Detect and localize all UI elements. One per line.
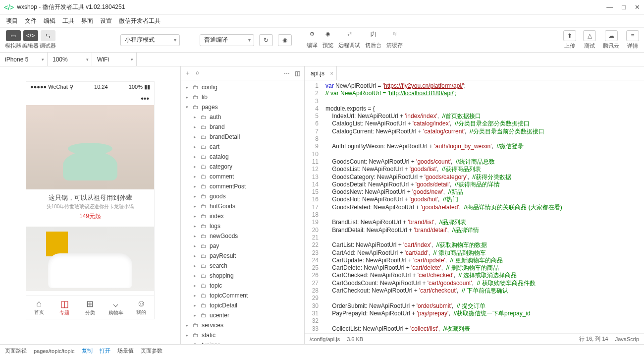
banner-image-2[interactable] [26, 227, 154, 291]
search-icon[interactable]: ⌕ [196, 69, 199, 77]
tree-node[interactable]: ▸🗀services [181, 320, 304, 330]
tree-node[interactable]: ▸🗀static [181, 330, 304, 340]
close-icon[interactable]: ✕ [635, 3, 640, 11]
detail-button[interactable]: ≡详情 [626, 30, 639, 50]
phone-frame: ●●●●● WeChat ⚲ 10:24 100% ▮▮ ••• 这只锅，可以从… [26, 81, 155, 319]
tree-node[interactable]: ▸🗀config [181, 82, 304, 92]
tree-node[interactable]: ▸🗀comment [181, 172, 304, 181]
device-select[interactable]: iPhone 5 [0, 53, 48, 66]
tree-node[interactable]: ▸🗀auth [181, 112, 304, 122]
tree-node[interactable]: ▸🗀commentPost [181, 181, 304, 191]
compile-action[interactable]: ⚙编译 [307, 31, 318, 49]
banner-price: 149元起 [29, 212, 151, 221]
open-link[interactable]: 打开 [100, 347, 110, 355]
test-button[interactable]: △测试 [583, 30, 596, 50]
menu-item[interactable]: 设置 [100, 17, 112, 25]
app-logo-icon: </> [4, 3, 14, 11]
tree-node[interactable]: ▸🗀topicComment [181, 291, 304, 300]
param-label: 页面参数 [141, 347, 162, 355]
tree-node[interactable]: ▸🗀topicDetail [181, 300, 304, 310]
tree-node[interactable]: ▸🗀ucenter [181, 310, 304, 320]
tree-node[interactable]: ▸🗀typings [181, 340, 304, 344]
menu-item[interactable]: 文件 [25, 17, 37, 25]
line-gutter: 1234567891011121314151617181920212223242… [305, 80, 322, 333]
cursor-pos: 行 16, 列 14 [579, 335, 608, 343]
more-icon[interactable]: ⋯ [284, 70, 290, 77]
tree-node[interactable]: ▸🗀search [181, 261, 304, 271]
toolbar: ▭模拟器 </>编辑器 ⇆调试器 小程序模式 普通编译 ↻ ◉ ⚙编译 ◉预览 … [0, 28, 644, 53]
tree-node[interactable]: ▸🗀payResult [181, 251, 304, 261]
simulator-pane: ●●●●● WeChat ⚲ 10:24 100% ▮▮ ••• 这只锅，可以从… [0, 66, 181, 344]
tree-node[interactable]: ▸🗀cart [181, 142, 304, 152]
tree-node[interactable]: ▸🗀catalog [181, 152, 304, 162]
menu-item[interactable]: 微信开发者工具 [119, 17, 161, 25]
eye-icon[interactable]: ◉ [278, 34, 292, 46]
tabbar-item[interactable]: ⊞分类 [77, 296, 103, 319]
code-editor: api.js× 12345678910111213141516171819202… [305, 66, 644, 344]
phone-time: 10:24 [94, 84, 108, 90]
copy-link[interactable]: 复制 [82, 347, 93, 355]
subbar: iPhone 5 100% WiFi [0, 53, 644, 66]
file-path: /config/api.js [310, 336, 340, 342]
simulator-button[interactable]: ▭模拟器 [5, 30, 21, 50]
phone-tabbar: ⌂首页◫专题⊞分类⌵购物车☺我的 [26, 295, 154, 319]
tree-node[interactable]: ▸🗀topic [181, 281, 304, 291]
mode-select[interactable]: 小程序模式 [120, 34, 180, 46]
menu-item[interactable]: 编辑 [44, 17, 55, 25]
tabbar-item[interactable]: ◫专题 [52, 296, 78, 319]
tree-node[interactable]: ▸🗀brand [181, 122, 304, 132]
tree-node[interactable]: ▸🗀pay [181, 241, 304, 251]
tabbar-item[interactable]: ⌵购物车 [103, 296, 129, 319]
debugger-button[interactable]: ⇆调试器 [40, 30, 56, 50]
tree-node[interactable]: ▸🗀newGoods [181, 231, 304, 241]
menu-item[interactable]: 界面 [81, 17, 93, 25]
split-icon[interactable]: ◫ [295, 70, 300, 77]
tree-node[interactable]: ▸🗀logs [181, 221, 304, 231]
statusbar: 页面路径 pages/topic/topic 复制 打开 场景值 页面参数 [0, 344, 644, 357]
file-size: 3.6 KB [347, 336, 363, 342]
path-label: 页面路径 [5, 347, 27, 355]
tree-node[interactable]: ▸🗀hotGoods [181, 201, 304, 211]
bg-action[interactable]: |⤴|切后台 [365, 31, 381, 49]
clear-action[interactable]: ≋清缓存 [386, 31, 403, 49]
titlebar: </> wxshop - 微信开发者工具 v1.02.1804251 — □ ✕ [0, 0, 644, 15]
code-lines[interactable]: var NewApiRootUrl = 'https://fly2you.cn/… [322, 80, 566, 333]
banner-title: 这只锅，可以从祖母用到孙辈 [29, 193, 151, 202]
menu-item[interactable]: 工具 [62, 17, 74, 25]
preview-action[interactable]: ◉预览 [322, 31, 333, 49]
tree-node[interactable]: ▸🗀lib [181, 92, 304, 102]
minimize-icon[interactable]: — [606, 3, 613, 11]
maximize-icon[interactable]: □ [622, 3, 626, 11]
tree-node[interactable]: ▾🗀pages [181, 102, 304, 112]
network-select[interactable]: WiFi [92, 53, 137, 66]
banner-subtitle: 头100年传世珐琅锅还送你分卡龙珐小锅 [29, 203, 151, 210]
page-path: pages/topic/topic [34, 348, 75, 354]
menu-item[interactable]: 项目 [6, 17, 18, 25]
tree-node[interactable]: ▸🗀category [181, 162, 304, 172]
editor-button[interactable]: </>编辑器 [22, 30, 39, 50]
editor-tab[interactable]: api.js× [305, 66, 337, 80]
banner-image-1[interactable] [26, 105, 154, 189]
tab-close-icon[interactable]: × [330, 70, 333, 76]
scene-label: 场景值 [117, 347, 134, 355]
phone-carrier: ●●●●● WeChat ⚲ [30, 84, 73, 90]
file-explorer: ＋⌕ ⋯◫ ▸🗀config▸🗀lib▾🗀pages▸🗀auth▸🗀brand▸… [181, 66, 305, 344]
phone-menu-icon[interactable]: ••• [141, 94, 149, 103]
zoom-select[interactable]: 100% [48, 53, 92, 66]
refresh-icon[interactable]: ↻ [259, 34, 273, 46]
window-title: wxshop - 微信开发者工具 v1.02.1804251 [17, 3, 125, 11]
tree-node[interactable]: ▸🗀index [181, 211, 304, 221]
upload-button[interactable]: ⬆上传 [563, 30, 576, 50]
tree-node[interactable]: ▸🗀brandDetail [181, 132, 304, 142]
tree-node[interactable]: ▸🗀shopping [181, 271, 304, 281]
cloud-button[interactable]: ☁腾讯云 [603, 30, 619, 50]
compile-select[interactable]: 普通编译 [200, 34, 254, 46]
phone-battery: 100% ▮▮ [129, 84, 150, 90]
tabbar-item[interactable]: ☺我的 [128, 296, 154, 319]
menubar: 项目文件编辑工具界面设置微信开发者工具 [0, 15, 644, 28]
tabbar-item[interactable]: ⌂首页 [26, 296, 52, 319]
language-mode[interactable]: JavaScrip [615, 336, 639, 342]
tree-node[interactable]: ▸🗀goods [181, 191, 304, 201]
remote-action[interactable]: ⇄远程调试 [338, 31, 360, 49]
add-file-icon[interactable]: ＋ [185, 69, 191, 77]
